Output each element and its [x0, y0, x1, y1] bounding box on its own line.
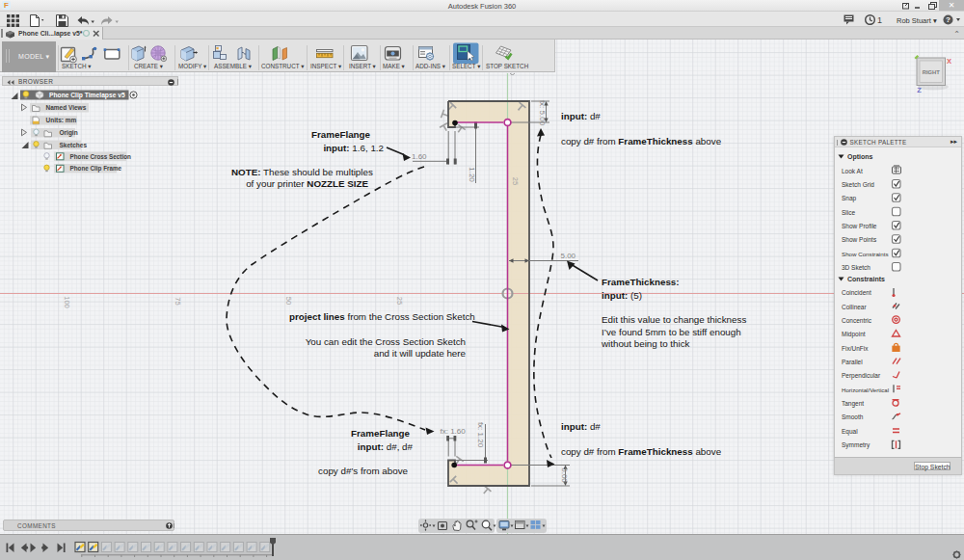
svg-text:50: 50	[284, 297, 293, 305]
svg-text:Sketches: Sketches	[60, 142, 88, 148]
svg-text:Phone Clip Frame: Phone Clip Frame	[70, 165, 122, 173]
svg-text:1.20: 1.20	[468, 167, 476, 182]
svg-text:Units: mm: Units: mm	[46, 117, 77, 123]
svg-text:Slice: Slice	[842, 208, 855, 215]
svg-text:Phone Cross Section: Phone Cross Section	[70, 153, 131, 160]
svg-text:NOTE: These should be multiple: NOTE: These should be multiples	[231, 167, 373, 177]
svg-text:Constraints: Constraints	[847, 276, 885, 282]
svg-text:Show Profile: Show Profile	[842, 222, 877, 228]
svg-text:Coincident: Coincident	[842, 289, 871, 296]
svg-text:FrameFlange: FrameFlange	[311, 129, 371, 140]
svg-text:input: d#, d#: input: d#, d#	[358, 441, 414, 452]
svg-text:Equal: Equal	[842, 427, 858, 435]
svg-text:1.60: 1.60	[412, 152, 427, 161]
svg-text:project lines from the Cross S: project lines from the Cross Section Ske…	[289, 311, 475, 322]
svg-text:Z: Z	[917, 86, 922, 94]
svg-text:Show Points: Show Points	[842, 236, 877, 243]
svg-text:Sketch Grid: Sketch Grid	[842, 180, 874, 187]
svg-text:Edit this value to change thic: Edit this value to change thickness	[602, 314, 746, 325]
svg-text:Midpoint: Midpoint	[842, 331, 866, 338]
svg-text:FrameFlange: FrameFlange	[351, 428, 411, 439]
svg-text:Concentric: Concentric	[842, 317, 872, 324]
svg-text:without being to thick: without being to thick	[601, 338, 690, 349]
svg-text:Perpendicular: Perpendicular	[842, 372, 881, 380]
svg-text:Look At: Look At	[842, 167, 863, 173]
svg-text:Show Constraints: Show Constraints	[842, 250, 889, 256]
svg-text:copy d#’s from above: copy d#’s from above	[318, 466, 408, 476]
svg-text:copy d# from FrameThickness ab: copy d# from FrameThickness above	[561, 136, 722, 147]
svg-text:3D Sketch: 3D Sketch	[842, 263, 870, 270]
svg-text:I’ve found 5mm to be stiff eno: I’ve found 5mm to be stiff enough	[602, 327, 741, 337]
svg-text:input: d#: input: d#	[561, 111, 601, 121]
svg-text:Horizontal/Vertical: Horizontal/Vertical	[842, 386, 889, 392]
svg-text:25: 25	[395, 297, 404, 305]
svg-text:Collinear: Collinear	[842, 303, 867, 309]
svg-text:fx: 1.20: fx: 1.20	[476, 422, 485, 448]
svg-text:You can edit the Cross Section: You can edit the Cross Section Sketch	[306, 336, 466, 347]
svg-text:Parallel: Parallel	[842, 359, 863, 365]
svg-text:Snap: Snap	[842, 195, 857, 202]
svg-text:?: ?	[946, 15, 951, 24]
svg-text:and it will update here: and it will update here	[374, 348, 467, 359]
svg-text:100: 100	[63, 296, 71, 308]
svg-text:Symmetry: Symmetry	[842, 441, 870, 449]
svg-text:5.00: 5.00	[560, 467, 569, 483]
svg-text:Named Views: Named Views	[46, 104, 87, 111]
svg-text:fx: 1.60: fx: 1.60	[441, 427, 467, 436]
svg-text:Fix/UnFix: Fix/UnFix	[842, 344, 869, 351]
svg-text:fx: 5.00: fx: 5.00	[538, 100, 547, 126]
svg-text:input: 1.6, 1.2: input: 1.6, 1.2	[323, 143, 384, 153]
svg-text:1: 1	[877, 15, 882, 25]
svg-text:Options: Options	[847, 153, 873, 161]
svg-text:5.00: 5.00	[561, 252, 576, 260]
svg-text:FrameThickness:: FrameThickness:	[602, 277, 680, 287]
svg-text:Smooth: Smooth	[842, 413, 864, 420]
svg-text:input: d#: input: d#	[561, 421, 601, 432]
svg-text:Origin: Origin	[60, 129, 78, 137]
svg-text:25: 25	[511, 177, 520, 185]
svg-text:input: (5): input: (5)	[602, 290, 642, 301]
svg-text:copy d# from FrameThickness ab: copy d# from FrameThickness above	[561, 446, 722, 457]
svg-text:75: 75	[174, 297, 182, 305]
svg-text:of your printer NOZZLE SIZE: of your printer NOZZLE SIZE	[246, 178, 368, 189]
svg-text:Phone Clip Timelapse v5: Phone Clip Timelapse v5	[49, 92, 125, 99]
svg-text:Tangent: Tangent	[842, 400, 864, 408]
